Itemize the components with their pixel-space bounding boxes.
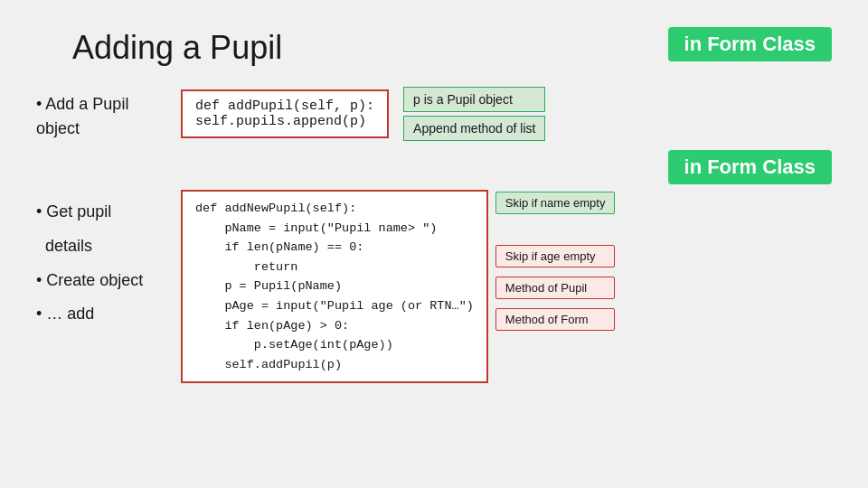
bullet-top: • Add a Pupilobject	[36, 87, 181, 141]
code-bottom-line-0: def addNewPupil(self):	[195, 199, 474, 219]
right-annotations: Skip if name empty Skip if age empty Met…	[495, 190, 616, 331]
badge-bottom-container: in Form Class	[36, 150, 832, 184]
code-bottom-line-4: p = Pupil(pName)	[195, 277, 474, 296]
section-top: • Add a Pupilobject def addPupil(self, p…	[0, 80, 868, 141]
code-bottom-line-2: if len(pName) == 0:	[195, 238, 474, 258]
ann-bottom-1: Skip if name empty	[495, 192, 616, 214]
code-bottom-line-8: self.addPupil(p)	[195, 355, 474, 375]
code-bottom-line-3: return	[195, 258, 474, 277]
page-title: Adding a Pupil	[36, 13, 318, 76]
ann-bottom-2: Skip if age empty	[495, 245, 616, 267]
code-top-line2: self.pupils.append(p)	[195, 114, 374, 129]
code-bottom-line-7: p.setAge(int(pAge))	[195, 335, 474, 355]
badge-top: in Form Class	[668, 27, 832, 61]
code-bottom-line-5: pAge = input("Pupil age (or RTN…")	[195, 296, 474, 316]
top-annotations: p is a Pupil object Append method of lis…	[403, 87, 545, 141]
code-bottom-line-1: pName = input("Pupil name> ")	[195, 219, 474, 239]
bullets-bottom: • Get pupil details • Create object • … …	[36, 190, 181, 332]
code-top: def addPupil(self, p): self.pupils.appen…	[181, 89, 389, 138]
section-bottom: • Get pupil details • Create object • … …	[0, 190, 868, 383]
title-row: Adding a Pupil in Form Class	[0, 0, 868, 80]
ann-top-1: p is a Pupil object	[403, 87, 545, 112]
ann-top-2: Append method of list	[403, 116, 545, 141]
code-top-line1: def addPupil(self, p):	[195, 99, 374, 114]
code-bottom-line-6: if len(pAge) > 0:	[195, 316, 474, 336]
ann-bottom-3: Method of Pupil	[495, 277, 616, 299]
slide: { "title": "Adding a Pupil", "badge_top"…	[0, 0, 868, 488]
ann-bottom-4: Method of Form	[495, 308, 616, 331]
badge-bottom: in Form Class	[668, 150, 832, 184]
code-bottom: def addNewPupil(self): pName = input("Pu…	[181, 190, 488, 383]
